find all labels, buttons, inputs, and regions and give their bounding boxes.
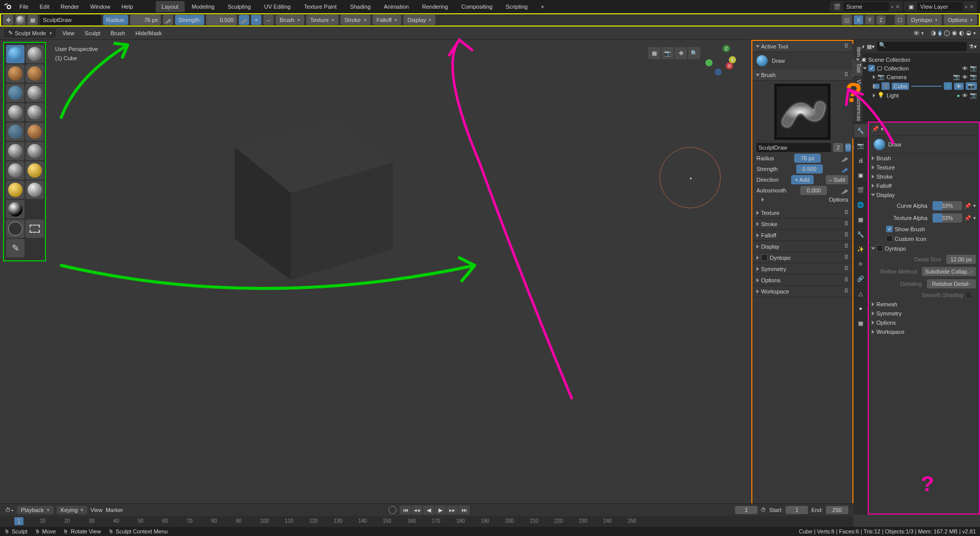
- viewlayer-selector[interactable]: ▣ ▫ ✕: [904, 1, 977, 12]
- tool-mask[interactable]: [6, 220, 24, 238]
- custom-icon-check[interactable]: [886, 235, 893, 242]
- n-falloff[interactable]: Falloff⠿: [752, 230, 852, 241]
- tl-marker-menu[interactable]: Marker: [106, 507, 123, 513]
- prop-tab-particle[interactable]: ✨: [854, 242, 867, 256]
- prop-tab-object[interactable]: ▦: [854, 213, 867, 226]
- refine-field[interactable]: Subdivide Collap..▾: [922, 267, 976, 276]
- strength-pressure-icon[interactable]: [841, 165, 848, 173]
- jump-next-key-icon[interactable]: ▸▸: [447, 505, 458, 515]
- render-icon[interactable]: 📷: [970, 65, 977, 71]
- n-tab-item[interactable]: Item: [852, 44, 863, 60]
- jump-end-icon[interactable]: ⏭: [458, 505, 470, 515]
- prop-tab-world[interactable]: 🌐: [854, 198, 867, 211]
- render-icon[interactable]: 📷: [970, 92, 977, 99]
- p-falloff[interactable]: Falloff: [872, 181, 976, 190]
- brush-name-field[interactable]: [756, 143, 831, 152]
- workspace-rendering[interactable]: Rendering: [416, 1, 454, 12]
- brush-users[interactable]: 2: [833, 143, 843, 152]
- menu-help[interactable]: Help: [116, 2, 138, 12]
- play-icon[interactable]: ▶: [435, 505, 446, 515]
- tool-elastic[interactable]: [6, 181, 24, 199]
- cursor-icon[interactable]: ✥: [3, 15, 13, 25]
- p-dyntopo[interactable]: Dyntopo: [872, 243, 976, 253]
- menu-sculpt[interactable]: Sculpt: [81, 29, 105, 38]
- texture-alpha-field[interactable]: 33%: [933, 213, 962, 223]
- workspace-scripting[interactable]: Scripting: [500, 1, 534, 12]
- outliner-collection[interactable]: ▢Collection👁📷: [856, 64, 977, 72]
- dyntopo-check[interactable]: ☐: [895, 15, 905, 25]
- n-options[interactable]: Options⠿: [752, 275, 852, 286]
- viewlayer-name-input[interactable]: [917, 2, 963, 11]
- scene-selector[interactable]: 🎬 ▫ ✕: [830, 1, 903, 12]
- view-pan-icon[interactable]: ✥: [675, 47, 687, 59]
- outliner-scene-collection[interactable]: ▣Scene Collection: [856, 55, 977, 64]
- close-scene-icon[interactable]: ✕: [895, 4, 900, 10]
- tool-fill[interactable]: [6, 142, 24, 160]
- xray-toggle[interactable]: ◑: [931, 30, 936, 36]
- autosmooth-pressure-icon[interactable]: [841, 187, 848, 194]
- current-frame-field[interactable]: 1: [735, 506, 757, 514]
- prop-tab-mesh[interactable]: △: [854, 287, 867, 300]
- tool-scrape[interactable]: [26, 142, 44, 160]
- tool-clay-strips[interactable]: [26, 64, 44, 83]
- tool-thumb[interactable]: [6, 200, 24, 218]
- detailing-field[interactable]: Relative Detail▾: [927, 279, 976, 288]
- shading-solid-icon[interactable]: ◉: [952, 30, 957, 36]
- menu-file[interactable]: File: [14, 2, 34, 12]
- prop-tab-material[interactable]: ●: [854, 302, 867, 315]
- detail-size-field[interactable]: 12.00 px: [946, 255, 976, 264]
- tool-draw[interactable]: [6, 45, 24, 63]
- menu-brush[interactable]: Brush: [106, 29, 129, 38]
- symmetry-x[interactable]: X: [854, 15, 863, 25]
- workspace-shading[interactable]: Shading: [344, 1, 377, 12]
- outliner-filter-icon[interactable]: ▦▾: [867, 43, 875, 50]
- tool-clay[interactable]: [6, 64, 24, 83]
- tool-layer[interactable]: [6, 84, 24, 102]
- workspace-animation[interactable]: Animation: [378, 1, 415, 12]
- prop-tab-texture[interactable]: ▦: [854, 316, 867, 330]
- direction-subt[interactable]: – Subt: [826, 175, 848, 184]
- dyntopo-dropdown[interactable]: Dyntopo: [907, 15, 942, 25]
- menu-edit[interactable]: Edit: [35, 2, 55, 12]
- eye-icon[interactable]: 👁: [962, 74, 968, 80]
- keying-menu[interactable]: Keying: [57, 506, 88, 514]
- prop-tab-modifier[interactable]: 🔧: [854, 228, 867, 241]
- strength-value[interactable]: 0.500: [206, 15, 237, 25]
- symmetry-y[interactable]: Y: [865, 15, 874, 25]
- prop-tab-output[interactable]: 🖨: [854, 154, 867, 167]
- outliner-search[interactable]: 🔍: [877, 42, 967, 51]
- symmetry-z[interactable]: Z: [876, 15, 886, 25]
- direction-add[interactable]: + Add: [791, 175, 814, 184]
- preview-range-icon[interactable]: ⏱: [761, 507, 766, 513]
- p-texture[interactable]: Texture: [872, 163, 976, 172]
- play-rev-icon[interactable]: ◀: [423, 505, 434, 515]
- prop-tab-scene[interactable]: 🎬: [854, 183, 867, 197]
- stroke-dropdown[interactable]: Stroke: [340, 15, 371, 25]
- jump-prev-key-icon[interactable]: ◂◂: [411, 505, 423, 515]
- view-camera-icon[interactable]: ▦: [648, 47, 660, 59]
- workspace-modeling[interactable]: Modeling: [186, 1, 221, 12]
- fake-user-icon[interactable]: 🛡: [845, 143, 851, 152]
- tool-flatten[interactable]: [26, 123, 44, 141]
- p-brush[interactable]: Brush: [872, 154, 976, 163]
- direction-add-icon[interactable]: +: [251, 15, 261, 25]
- texture-dropdown[interactable]: Texture: [306, 15, 338, 25]
- prop-tab-render[interactable]: 📷: [854, 139, 867, 152]
- options-sub[interactable]: Options: [829, 197, 848, 203]
- outliner-filter2-icon[interactable]: ⚗▾: [969, 43, 977, 50]
- render-icon[interactable]: 📷: [970, 74, 977, 80]
- end-frame-field[interactable]: 250: [826, 506, 848, 514]
- tool-smooth[interactable]: [6, 123, 24, 141]
- tl-view-menu[interactable]: View: [90, 507, 103, 513]
- tool-blob[interactable]: [6, 103, 24, 121]
- tool-snake-hook[interactable]: [26, 181, 44, 199]
- jump-start-icon[interactable]: ⏮: [400, 505, 411, 515]
- tool-crease[interactable]: [26, 103, 44, 121]
- nav-gizmo[interactable]: Z Y X: [705, 45, 736, 76]
- p-workspace[interactable]: Workspace: [872, 327, 976, 336]
- new-scene-icon[interactable]: ▫: [891, 4, 893, 10]
- workspace-texturepaint[interactable]: Texture Paint: [298, 1, 342, 12]
- timeline-editor-icon[interactable]: ⏱▾: [5, 507, 14, 513]
- override-icon[interactable]: 📌: [964, 203, 971, 209]
- prop-tab-viewlayer[interactable]: ▣: [854, 168, 867, 182]
